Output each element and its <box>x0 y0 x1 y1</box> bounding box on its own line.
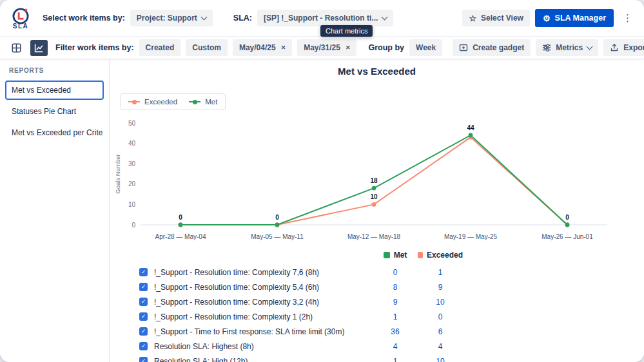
chevron-down-icon <box>382 14 388 21</box>
criteria-checkbox[interactable]: ✓ <box>139 312 148 321</box>
criteria-label: Resolution SLA: High (12h) <box>154 357 373 362</box>
sla-dropdown-value: [SP] !_Support - Resolution ti... <box>264 14 378 23</box>
star-icon: ☆ <box>469 14 476 23</box>
svg-text:20: 20 <box>128 180 136 187</box>
criteria-checkbox[interactable]: ✓ <box>139 342 148 350</box>
date-from-value: May/04/25 <box>239 43 276 52</box>
exceeded-count[interactable]: 1 <box>418 268 463 277</box>
svg-text:0: 0 <box>132 222 135 229</box>
table-row: ✓ !_Support - Time to First response: SL… <box>139 324 463 339</box>
logo-text: SLA <box>13 23 29 30</box>
criteria-label: !_Support - Time to First response: SLA … <box>154 327 373 336</box>
exceeded-count[interactable]: 6 <box>418 327 463 336</box>
create-gadget-button[interactable]: Create gadget <box>453 39 531 56</box>
svg-text:30: 30 <box>128 160 136 167</box>
select-view-button[interactable]: ☆ Select View <box>462 10 529 26</box>
legend-label-exceeded: Exceeded <box>144 98 177 106</box>
export-dropdown[interactable]: Export <box>603 39 644 56</box>
sliders-icon <box>542 43 551 52</box>
exceeded-column-header: Exceeded <box>418 251 463 260</box>
criteria-label: !_Support - Resolution time: Complexity … <box>154 268 373 277</box>
reports-heading: REPORTS <box>9 67 100 74</box>
criteria-checkbox[interactable]: ✓ <box>139 283 148 291</box>
content-area: REPORTS Met vs Exceeded Statuses Pie Cha… <box>0 59 644 362</box>
chart-metrics-tooltip: Chart metrics <box>320 25 373 37</box>
metrics-label: Metrics <box>556 43 583 52</box>
criteria-label: !_Support - Resolution time: Complexity … <box>154 312 373 321</box>
met-count[interactable]: 1 <box>373 312 418 321</box>
legend-dot <box>193 100 197 104</box>
criteria-checkbox[interactable]: ✓ <box>139 357 148 362</box>
table-row: ✓ !_Support - Resolution time: Complexit… <box>139 265 463 280</box>
export-icon <box>610 43 619 52</box>
svg-text:44: 44 <box>467 124 474 131</box>
table-header: Met Exceeded <box>139 251 463 260</box>
met-count[interactable]: 36 <box>373 327 418 336</box>
sla-manager-button[interactable]: ⚙ SLA Manager <box>535 9 614 27</box>
exceeded-square-icon <box>418 252 423 258</box>
svg-text:May-12 — May-18: May-12 — May-18 <box>347 233 401 240</box>
svg-text:10: 10 <box>370 193 378 200</box>
chart-view-button[interactable] <box>30 40 48 56</box>
legend-dot <box>132 100 137 104</box>
line-chart-icon <box>34 43 44 53</box>
date-from-chip[interactable]: May/04/25 ✕ <box>233 39 292 56</box>
kebab-menu-button[interactable]: ⋮ <box>619 11 636 25</box>
exceeded-count[interactable]: 4 <box>418 342 463 351</box>
legend-item-exceeded[interactable]: Exceeded <box>128 98 177 106</box>
met-count[interactable]: 9 <box>373 298 418 307</box>
table-row: ✓ !_Support - Resolution time: Complexit… <box>139 294 463 309</box>
chevron-down-icon <box>200 14 207 21</box>
project-dropdown-value: Project: Support <box>137 14 197 23</box>
met-square-icon <box>384 252 390 258</box>
week-chip-label: Week <box>416 43 436 52</box>
criteria-label: !_Support - Resolution time: Complexity … <box>154 298 373 307</box>
met-count[interactable]: 4 <box>373 342 418 351</box>
close-icon[interactable]: ✕ <box>346 44 351 51</box>
criteria-table: Met Exceeded ✓ !_Support - Resolution ti… <box>139 251 463 362</box>
custom-filter-chip[interactable]: Custom <box>186 39 228 56</box>
created-chip-label: Created <box>146 43 175 52</box>
exceeded-count[interactable]: 9 <box>418 283 463 292</box>
exceeded-column-label: Exceeded <box>427 251 463 260</box>
svg-text:10: 10 <box>128 201 136 208</box>
date-to-chip[interactable]: May/31/25 ✕ <box>297 39 356 56</box>
table-row: ✓ Resolution SLA: High (12h) 1 10 <box>139 354 463 362</box>
select-view-label: Select View <box>481 14 523 23</box>
close-icon[interactable]: ✕ <box>281 44 286 51</box>
created-filter-chip[interactable]: Created <box>139 39 181 56</box>
legend-item-met[interactable]: Met <box>189 98 217 106</box>
met-count[interactable]: 8 <box>373 283 418 292</box>
exceeded-count[interactable]: 0 <box>418 312 463 321</box>
select-work-items-label: Select work items by: <box>43 14 125 23</box>
metrics-dropdown[interactable]: Metrics <box>536 39 598 56</box>
svg-text:May-26 — Jun-01: May-26 — Jun-01 <box>542 233 593 240</box>
exceeded-count[interactable]: 10 <box>418 357 463 362</box>
met-count[interactable]: 1 <box>373 357 418 362</box>
sidebar-item-statuses-pie-chart[interactable]: Statuses Pie Chart <box>5 102 104 121</box>
week-chip[interactable]: Week <box>409 39 442 56</box>
criteria-checkbox[interactable]: ✓ <box>139 298 148 306</box>
svg-text:40: 40 <box>128 140 136 147</box>
svg-text:May-19 — May-25: May-19 — May-25 <box>444 233 498 240</box>
group-by-label: Group by <box>368 43 404 52</box>
exceeded-line-icon <box>128 101 140 102</box>
exceeded-count[interactable]: 10 <box>418 298 463 307</box>
table-view-button[interactable] <box>8 40 25 56</box>
met-count[interactable]: 0 <box>373 268 418 277</box>
filter-toolbar: Filter work items by: Created Custom May… <box>0 37 644 59</box>
met-line-icon <box>189 101 200 102</box>
legend-label-met: Met <box>205 98 217 106</box>
criteria-label: Resolution SLA: Highest (8h) <box>154 342 373 351</box>
project-dropdown[interactable]: Project: Support <box>130 10 213 26</box>
sidebar-item-met-vs-exceeded[interactable]: Met vs Exceeded <box>5 81 104 100</box>
sidebar-item-met-vs-exceeded-per-criteria[interactable]: Met vs Exceeded per Criteria <box>5 123 104 142</box>
sla-dropdown[interactable]: [SP] !_Support - Resolution ti... <box>257 10 393 26</box>
criteria-label: !_Support - Resolution time: Complexity … <box>154 283 373 292</box>
svg-text:0: 0 <box>179 214 182 221</box>
gear-icon: ⚙ <box>543 14 551 23</box>
criteria-checkbox[interactable]: ✓ <box>139 327 148 336</box>
create-gadget-icon <box>459 43 468 52</box>
filter-work-items-label: Filter work items by: <box>55 43 134 52</box>
criteria-checkbox[interactable]: ✓ <box>139 268 148 276</box>
